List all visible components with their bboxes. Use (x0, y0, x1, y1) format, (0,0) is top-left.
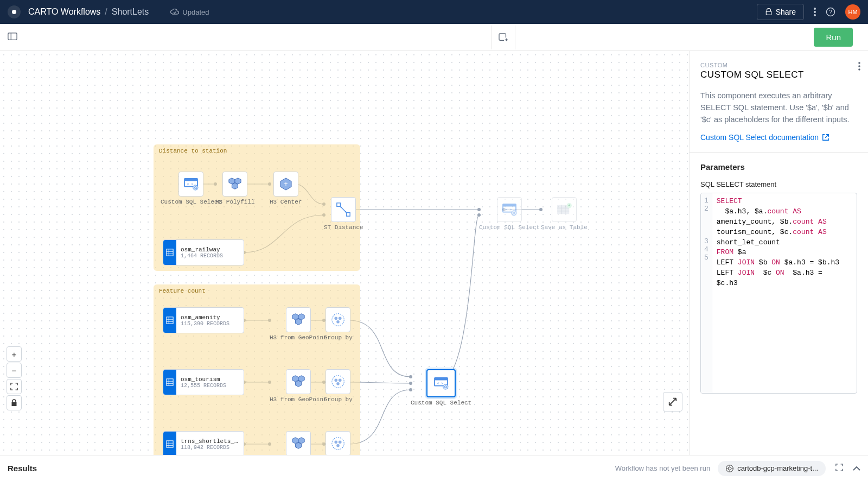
sql-icon: < > (426, 369, 456, 397)
svg-rect-70 (337, 203, 341, 207)
app-menu-dot[interactable] (8, 5, 21, 18)
save-icon: + (552, 197, 577, 222)
workflow-node[interactable]: H3 from GeoPoint (270, 307, 327, 341)
table-name: osm_tourism (181, 376, 226, 383)
svg-text:+: + (284, 180, 288, 188)
workflow-node[interactable]: < >Custom SQL Select (479, 197, 540, 231)
workflow-node[interactable]: H3 Polyfill (215, 172, 255, 205)
table-records: 118,942 RECORDS (181, 445, 239, 451)
table-name: trns_shortlets_20... (181, 438, 239, 445)
svg-point-78 (332, 314, 344, 326)
node-label: H3 from GeoPoint (270, 334, 327, 341)
table-records: 1,464 RECORDS (181, 253, 223, 259)
svg-point-0 (814, 8, 816, 10)
workflow-node[interactable]: Group by (324, 307, 353, 341)
zoom-lock-button[interactable] (7, 395, 22, 410)
svg-marker-90 (298, 438, 304, 444)
connection-pill[interactable]: cartodb-gcp-marketing-t... (718, 461, 826, 476)
save-status: Updated (170, 8, 209, 16)
left-panel-toggle[interactable] (8, 32, 17, 43)
table-icon (163, 432, 176, 455)
node-label: Save as Table (541, 224, 588, 231)
svg-rect-71 (347, 213, 350, 217)
svg-point-87 (339, 378, 342, 382)
node-label: Custom SQL Select (479, 224, 540, 231)
svg-marker-76 (298, 314, 304, 320)
svg-text:< >: < > (506, 207, 512, 212)
expand-results-button[interactable] (835, 464, 843, 473)
project-name[interactable]: ShortLets (112, 7, 149, 17)
group-icon (326, 431, 350, 455)
component-title: CUSTOM SQL SELECT (700, 69, 857, 80)
node-label: Group by (324, 334, 353, 341)
hex-icon: + (273, 172, 298, 197)
breadcrumb-divider: / (105, 7, 107, 17)
workflow-node[interactable]: Group by (324, 431, 353, 455)
svg-marker-75 (292, 314, 298, 320)
add-node-button[interactable] (492, 26, 515, 49)
add-node-icon (499, 33, 508, 42)
svg-rect-43 (167, 249, 173, 256)
group-icon (326, 369, 350, 394)
svg-text:< >: < > (437, 381, 444, 385)
help-icon: ? (826, 7, 835, 17)
results-label[interactable]: Results (8, 464, 37, 473)
share-button[interactable]: Share (757, 4, 804, 20)
external-link-icon (822, 134, 829, 141)
workflow-node[interactable]: +H3 Center (270, 172, 302, 205)
svg-marker-84 (295, 381, 301, 387)
arrange-button[interactable] (663, 392, 682, 412)
table-node[interactable]: osm_railway1,464 RECORDS (163, 239, 244, 265)
table-icon (163, 240, 176, 265)
workflow-node[interactable]: < >Custom SQL Select (411, 369, 471, 406)
node-label: ST Distance (324, 224, 363, 231)
svg-marker-82 (292, 376, 298, 382)
svg-point-85 (332, 376, 344, 388)
table-node[interactable]: trns_shortlets_20...118,942 RECORDS (163, 431, 244, 455)
main-area: Distance to stationFeature count osm_rai… (0, 51, 868, 455)
svg-point-86 (335, 378, 338, 382)
help-button[interactable]: ? (826, 7, 835, 17)
kebab-icon (858, 62, 860, 71)
zoom-in-button[interactable]: + (7, 346, 22, 362)
svg-marker-89 (292, 438, 298, 444)
svg-point-79 (335, 317, 338, 320)
workflow-node[interactable]: +Save as Table (541, 197, 588, 231)
svg-point-88 (337, 382, 340, 385)
chevron-up-icon (853, 466, 860, 471)
parameters-heading: Parameters (700, 162, 857, 172)
node-label: Custom SQL Select (411, 400, 471, 406)
table-node[interactable]: osm_tourism12,555 RECORDS (163, 369, 244, 395)
svg-marker-91 (295, 442, 301, 448)
run-button[interactable]: Run (814, 28, 853, 47)
lock-icon (765, 8, 773, 16)
avatar[interactable]: HM (845, 4, 860, 20)
group-icon (326, 307, 350, 332)
zoom-out-button[interactable]: − (7, 363, 22, 378)
table-node[interactable]: osm_amenity115,390 RECORDS (163, 307, 244, 333)
app-title: CARTO Workflows (28, 7, 100, 17)
workflow-node[interactable]: H3 from GeoPoint (270, 431, 327, 455)
svg-point-93 (335, 440, 338, 444)
sql-icon: < > (497, 197, 522, 222)
node-label: Custom SQL Select (161, 199, 221, 205)
svg-text:?: ? (829, 9, 832, 15)
workflow-canvas[interactable]: Distance to stationFeature count osm_rai… (0, 51, 689, 455)
parameter-label: SQL SELECT statement (700, 180, 857, 188)
workflow-node[interactable]: < >Custom SQL Select (161, 172, 221, 205)
zoom-fit-button[interactable] (7, 379, 22, 394)
panel-kebab-button[interactable] (858, 62, 860, 73)
collapse-results-button[interactable] (853, 464, 860, 473)
table-name: osm_railway (181, 246, 223, 253)
hexgrid-icon (222, 172, 247, 197)
sql-icon: < > (178, 172, 203, 197)
kebab-menu-button[interactable] (814, 8, 816, 16)
svg-marker-67 (232, 183, 238, 189)
workflow-node[interactable]: ST Distance (324, 197, 363, 231)
sql-editor[interactable]: 1 2 . . . 3 4 5 SELECT $a.h3, $a.count A… (700, 193, 857, 394)
zoom-controls: + − (7, 346, 22, 412)
workflow-node[interactable]: H3 from GeoPoint (270, 369, 327, 403)
workflow-node[interactable]: Group by (324, 369, 353, 403)
documentation-link[interactable]: Custom SQL Select documentation (700, 133, 829, 142)
node-label: H3 from GeoPoint (270, 396, 327, 403)
